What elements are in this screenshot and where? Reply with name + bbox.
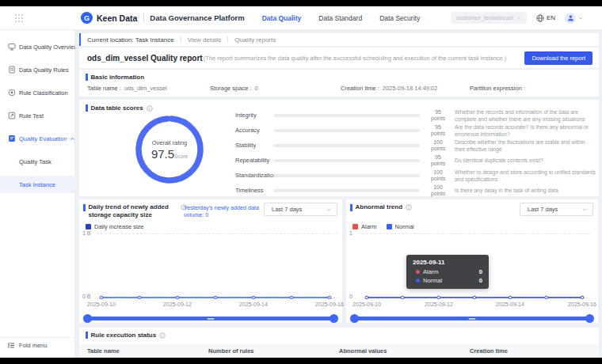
sidebar-item-quality-evaluation[interactable]: Quality Evaluation (0, 130, 75, 147)
storage-chart-legend: Daily increase size (86, 223, 144, 230)
rule-execution-status-section: Rule execution status Table name Number … (79, 328, 599, 358)
tab-data-standard[interactable]: Data Standard (318, 14, 362, 22)
language-label: EN (547, 14, 555, 21)
sidebar-item-rule-test[interactable]: Rule Test (0, 107, 75, 124)
report-subtitle: (The report summarizes the data quality … (204, 55, 507, 62)
section-title-text: Data table scores (91, 104, 143, 112)
rule-test-icon (8, 112, 16, 119)
sidebar-item-task-instance[interactable]: Task Instance (0, 176, 75, 193)
tenant-select-value: customer_tenant/customer_ (456, 14, 512, 21)
info-icon[interactable] (147, 105, 153, 112)
sidebar-item-label: Data Quality Rules (19, 66, 69, 74)
sidebar-item-quality-task[interactable]: Quality Task (0, 153, 75, 170)
metric-row-stability: Stability 100points Describe whether the… (235, 138, 596, 153)
field-partition-expression: Partition expression : (470, 85, 528, 92)
language-switcher[interactable]: EN (536, 14, 555, 22)
info-icon[interactable] (159, 332, 166, 339)
tenant-select[interactable]: customer_tenant/customer_ (451, 12, 527, 24)
slider-handle-left[interactable] (83, 314, 92, 323)
legend-normal[interactable]: Normal (387, 223, 414, 230)
slider-handle-right[interactable] (330, 314, 338, 323)
table-header-row: Table name Number of rules Abnormal valu… (79, 344, 599, 358)
x-tick-label: 2025-09-16 (568, 301, 596, 307)
metric-bar (273, 174, 420, 177)
storage-range-select[interactable]: Last 7 days (264, 203, 337, 216)
overall-score: 97.5 (151, 147, 174, 161)
sidebar: Data Quality Overview Data Quality Rules… (0, 30, 75, 358)
section-title-data-table-scores: Data table scores (86, 104, 153, 112)
metric-row-accuracy: Accuracy 95points Are the data records a… (235, 123, 596, 138)
user-icon (567, 14, 574, 21)
abnormal-trend-chart-card: Abnormal trend Last 7 days Alarm Normal (346, 199, 598, 323)
brand-divider (143, 13, 144, 22)
section-accent-bar (350, 204, 352, 211)
metric-row-standardization: Standardization 100points Whether to des… (235, 168, 596, 183)
legend-swatch (352, 224, 358, 229)
data-table-scores-section: Data table scores Overall rating 97.5Sco… (79, 100, 599, 196)
metric-bar (273, 144, 420, 147)
x-tick-label: 2025-09-16 (315, 301, 344, 307)
chevron-down-icon (517, 16, 521, 21)
tooltip-row-alarm: Alarm 0 (413, 268, 482, 275)
overview-icon (8, 43, 16, 51)
download-report-button[interactable]: Download the report (524, 51, 592, 65)
slider-grip (208, 318, 215, 320)
section-title-text: Rule execution status (91, 332, 157, 339)
info-icon[interactable] (406, 204, 412, 210)
legend-swatch (387, 224, 392, 229)
column-header-creation-time: Creation time (470, 347, 508, 355)
legend-alarm[interactable]: Alarm (352, 223, 377, 230)
abnormal-chart-range-slider[interactable] (350, 314, 594, 323)
brand-name: Keen Data (97, 13, 137, 23)
x-tick-label: 2025-09-10 (87, 301, 116, 307)
storage-chart-range-slider[interactable] (83, 314, 338, 323)
user-menu[interactable] (565, 13, 583, 24)
globe-icon (536, 14, 544, 22)
x-tick-label: 2025-09-12 (163, 301, 192, 307)
breadcrumb-view-details[interactable]: View details (188, 36, 222, 44)
metric-row-timeliness: Timeliness 100points Is there any delay … (235, 183, 596, 198)
sidebar-item-label: Task Instance (19, 181, 55, 188)
breadcrumb-current-location: Current location: Task Instance (87, 36, 174, 44)
sidebar-item-data-quality-overview[interactable]: Data Quality Overview (0, 38, 75, 55)
y-axis-min-label: 0 B (82, 294, 91, 299)
fold-menu-button[interactable]: Fold menu (0, 337, 75, 353)
screenshot-canvas: G Keen Data Data Governance Platform Dat… (0, 0, 602, 364)
slider-handle-left[interactable] (350, 314, 359, 323)
brand-logo-icon: G (81, 12, 93, 24)
main-content: Current location: Task Instance View det… (75, 30, 602, 358)
sidebar-item-rule-classification[interactable]: Rule Classification (0, 84, 75, 101)
section-accent-bar (86, 74, 88, 81)
field-table-name: Table name :ods_dim_vessel (87, 85, 167, 92)
app-grid-icon[interactable] (14, 13, 24, 23)
chart-tooltip: 2025-09-11 Alarm 0 Normal 0 (406, 255, 489, 289)
legend-daily-increase-size[interactable]: Daily increase size (86, 223, 144, 230)
metric-bar (273, 159, 420, 162)
storage-trend-chart-card: Daily trend of newly added storage capac… (79, 199, 342, 323)
overall-score-unit: Score (174, 154, 188, 159)
yesterday-volume-link[interactable]: Yesterday's newly added data volume: 0 (184, 204, 263, 218)
report-title: ods_dim_vessel Quality report (87, 54, 203, 63)
chevron-up-icon (70, 136, 75, 142)
breadcrumb-quality-reports[interactable]: Quality reports (234, 36, 276, 44)
storage-line-plot[interactable] (97, 234, 334, 299)
x-tick-label: 2025-09-14 (496, 301, 524, 307)
column-header-table-name: Table name (87, 347, 120, 355)
sidebar-item-data-quality-rules[interactable]: Data Quality Rules (0, 61, 75, 78)
breadcrumb-separator (181, 36, 181, 43)
platform-title: Data Governance Platform (150, 13, 244, 22)
metric-bar (273, 189, 420, 192)
tab-data-security[interactable]: Data Security (379, 14, 420, 22)
slider-handle-right[interactable] (585, 314, 594, 323)
chevron-down-icon (326, 207, 331, 212)
top-navigation-bar: G Keen Data Data Governance Platform Dat… (0, 6, 602, 30)
classification-icon (8, 89, 16, 97)
x-tick-label: 2025-09-10 (352, 301, 381, 307)
abnormal-range-select[interactable]: Last 7 days (520, 203, 593, 216)
app-window: G Keen Data Data Governance Platform Dat… (0, 6, 602, 358)
metric-bar (273, 129, 420, 132)
tab-data-quality[interactable]: Data Quality (262, 14, 302, 22)
top-tabs: Data Quality Data Standard Data Security (262, 14, 420, 22)
topbar-right-cluster: customer_tenant/customer_ EN (451, 12, 583, 24)
section-accent-bar (86, 104, 88, 112)
